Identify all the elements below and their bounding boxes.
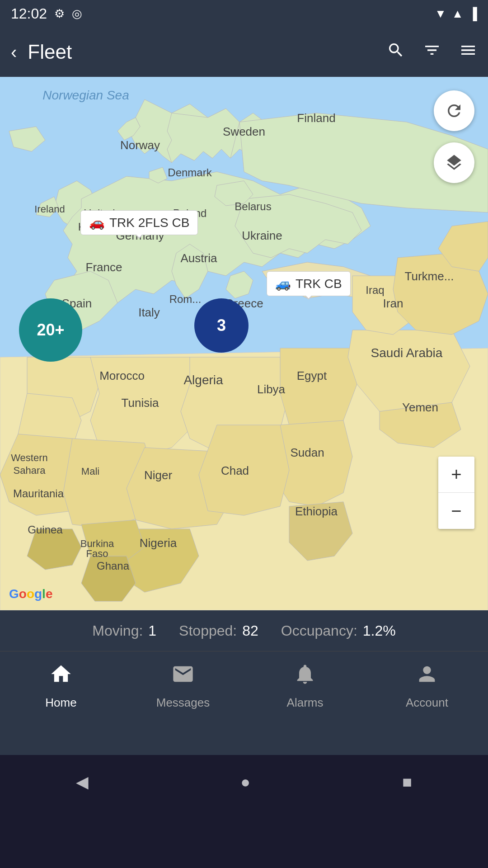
map-container[interactable]: United Kingdom Ireland Denmark Sweden Fi… [0, 77, 488, 610]
nav-account[interactable]: Account [366, 662, 488, 710]
vehicle-car-icon-red: 🚗 [89, 215, 105, 230]
recent-nav-button[interactable]: ■ [402, 773, 412, 792]
fleet-status-bar: Moving: 1 Stopped: 82 Occupancy: 1.2% [0, 610, 488, 651]
stopped-label: Stopped: [179, 623, 237, 639]
at-icon: ◎ [72, 7, 82, 21]
nav-account-label: Account [406, 696, 448, 710]
moving-value: 1 [148, 623, 156, 639]
wifi-icon: ▼ [435, 7, 446, 21]
map-overlay: 🚗 TRK 2FLS CB 🚙 TRK CB 20+ 3 + − Google [0, 77, 488, 610]
account-icon [415, 662, 439, 691]
google-logo: Google [9, 587, 52, 601]
vehicle-label-text-trk2fls: TRK 2FLS CB [109, 216, 189, 230]
stopped-status: Stopped: 82 [179, 623, 258, 639]
vehicle-car-icon-gray: 🚙 [275, 276, 291, 291]
nav-messages[interactable]: Messages [122, 662, 244, 710]
page-title: Fleet [28, 41, 387, 63]
home-nav-button[interactable]: ● [240, 773, 250, 792]
back-button[interactable]: ‹ [11, 42, 17, 62]
refresh-button[interactable] [434, 90, 474, 131]
app-bar: ‹ Fleet [0, 27, 488, 77]
nav-alarms-label: Alarms [287, 696, 324, 710]
status-time: 12:02 [11, 5, 47, 22]
back-nav-button[interactable]: ◀ [76, 773, 89, 792]
vehicle-label-trk2fls[interactable]: 🚗 TRK 2FLS CB [80, 210, 198, 235]
home-icon [49, 662, 73, 691]
occupancy-label: Occupancy: [281, 623, 357, 639]
signal-icon: ▲ [452, 7, 464, 21]
stopped-value: 82 [242, 623, 258, 639]
system-navigation: ◀ ● ■ [0, 755, 488, 809]
cluster-3[interactable]: 3 [194, 298, 249, 353]
moving-label: Moving: [92, 623, 143, 639]
battery-icon: ▐ [469, 7, 477, 21]
zoom-controls: + − [438, 457, 474, 529]
occupancy-status: Occupancy: 1.2% [281, 623, 396, 639]
messages-icon [171, 662, 195, 691]
zoom-out-button[interactable]: − [438, 493, 474, 529]
nav-home[interactable]: Home [0, 662, 122, 710]
status-bar: 12:02 ⚙ ◎ ▼ ▲ ▐ [0, 0, 488, 27]
gear-icon: ⚙ [54, 7, 65, 21]
nav-home-label: Home [45, 696, 76, 710]
bottom-navigation: Home Messages Alarms Account [0, 651, 488, 755]
layers-button[interactable] [434, 142, 474, 183]
vehicle-label-trkcb[interactable]: 🚙 TRK CB [267, 271, 351, 296]
menu-button[interactable] [459, 41, 477, 63]
nav-alarms[interactable]: Alarms [244, 662, 366, 710]
search-button[interactable] [387, 41, 405, 63]
nav-messages-label: Messages [156, 696, 210, 710]
filter-button[interactable] [423, 41, 441, 63]
alarms-icon [293, 662, 317, 691]
zoom-in-button[interactable]: + [438, 457, 474, 493]
occupancy-value: 1.2% [363, 623, 396, 639]
cluster-20plus[interactable]: 20+ [19, 298, 82, 362]
moving-status: Moving: 1 [92, 623, 156, 639]
vehicle-label-text-trkcb: TRK CB [296, 277, 342, 291]
